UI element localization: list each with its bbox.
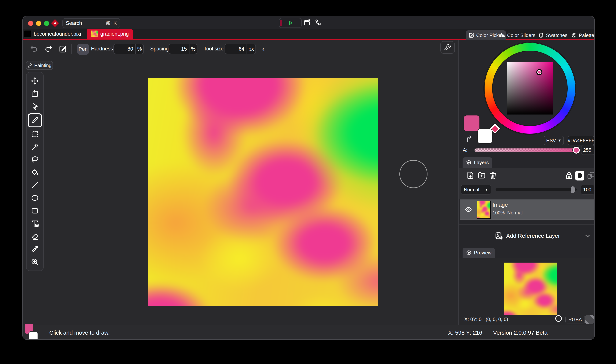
tab-gradient[interactable]: gradient.png bbox=[87, 29, 133, 39]
layer-name: Image bbox=[493, 202, 508, 208]
move-icon bbox=[31, 77, 39, 85]
marquee-icon bbox=[31, 130, 39, 138]
layer-mask-icon[interactable] bbox=[575, 171, 584, 181]
secondary-color-swatch[interactable] bbox=[478, 129, 492, 143]
zoom-window-button[interactable] bbox=[44, 21, 49, 26]
alpha-slider[interactable] bbox=[474, 148, 578, 152]
tool-select[interactable] bbox=[29, 101, 41, 113]
layer-info: 100% Normal bbox=[493, 210, 523, 216]
blend-mode-dropdown[interactable]: Normal ▼ bbox=[461, 185, 491, 195]
add-reference-layer-button[interactable]: Add Reference Layer bbox=[459, 225, 595, 247]
checkerboard-icon[interactable] bbox=[585, 315, 594, 324]
rectangle-icon bbox=[31, 207, 39, 215]
tab-preview[interactable]: Preview bbox=[463, 248, 495, 258]
tab-color-sliders[interactable]: Color Sliders bbox=[499, 30, 535, 40]
tool-marquee[interactable] bbox=[29, 128, 41, 140]
chevron-down-icon[interactable] bbox=[584, 233, 591, 239]
alpha-lock-icon[interactable]: α bbox=[564, 171, 574, 180]
edit-square-icon bbox=[469, 32, 474, 38]
tab-layers[interactable]: Layers bbox=[463, 157, 492, 168]
search-shortcut: ⌘+K bbox=[105, 20, 117, 26]
tool-text[interactable] bbox=[29, 218, 41, 230]
layer-opacity-handle[interactable] bbox=[571, 186, 575, 193]
spacing-label: Spacing bbox=[150, 46, 169, 52]
tool-pen[interactable] bbox=[28, 113, 42, 127]
tool-line[interactable] bbox=[29, 179, 41, 191]
layer-row-image[interactable]: Image 100% Normal bbox=[460, 199, 595, 220]
hardness-label: Hardness bbox=[91, 46, 113, 52]
caret-down-icon: ▼ bbox=[558, 138, 561, 143]
status-secondary-swatch bbox=[29, 332, 38, 340]
play-progress-strip bbox=[280, 20, 282, 26]
clapperboard-icon[interactable] bbox=[303, 19, 311, 26]
palette-icon bbox=[571, 32, 577, 38]
sv-cursor[interactable] bbox=[536, 69, 542, 75]
node-graph-icon[interactable] bbox=[314, 19, 321, 26]
layer-opacity-input[interactable]: 100 bbox=[581, 185, 594, 195]
tab-swatches[interactable]: Swatches bbox=[538, 30, 567, 40]
image-plus-icon bbox=[494, 232, 503, 240]
tool-rectangle[interactable] bbox=[29, 205, 41, 217]
document-thumbnail bbox=[24, 30, 31, 37]
tool-move[interactable] bbox=[29, 75, 41, 87]
magic-wand-icon bbox=[31, 143, 39, 151]
hex-color-field[interactable]: #DA4E8EFF bbox=[568, 136, 594, 145]
spacing-input[interactable]: 15 % bbox=[169, 44, 197, 54]
link-layers-icon[interactable] bbox=[587, 171, 595, 180]
lasso-icon bbox=[31, 156, 39, 164]
eye-icon[interactable] bbox=[465, 206, 472, 213]
color-mode-chip[interactable]: RGBA bbox=[565, 316, 585, 324]
alpha-value-input[interactable]: 255 bbox=[581, 145, 594, 155]
edit-square-icon[interactable] bbox=[59, 45, 67, 53]
hardness-input[interactable]: 80 % bbox=[113, 44, 144, 54]
canvas-settings-button[interactable] bbox=[440, 41, 455, 54]
preview-thumbnail bbox=[504, 262, 557, 315]
tool-magic-wand[interactable] bbox=[29, 141, 41, 153]
tool-fill[interactable] bbox=[29, 167, 41, 179]
tab-label: becomeafounder.pixi bbox=[34, 31, 81, 37]
search-label: Search bbox=[66, 20, 82, 26]
tab-becomeafounder[interactable]: becomeafounder.pixi bbox=[24, 29, 81, 39]
tool-eraser[interactable] bbox=[29, 230, 41, 243]
preview-icon bbox=[466, 250, 472, 256]
layer-thumbnail bbox=[477, 201, 491, 219]
add-layer-icon[interactable] bbox=[466, 171, 475, 180]
saturation-value-square[interactable] bbox=[507, 62, 553, 115]
mode-badge-label: Painting bbox=[34, 63, 52, 68]
svg-text:α: α bbox=[568, 175, 570, 179]
add-folder-icon[interactable] bbox=[477, 171, 486, 180]
zoom-icon bbox=[31, 258, 39, 266]
line-icon bbox=[31, 181, 39, 189]
alpha-slider-knob[interactable] bbox=[573, 147, 580, 154]
primary-color-swatch[interactable] bbox=[464, 116, 479, 131]
status-hint: Click and move to draw. bbox=[49, 329, 110, 336]
tab-palette[interactable]: Palette bbox=[571, 30, 594, 40]
close-window-button[interactable] bbox=[28, 21, 33, 26]
undo-icon[interactable] bbox=[30, 45, 38, 53]
tool-eyedropper[interactable] bbox=[29, 243, 41, 255]
canvas[interactable] bbox=[148, 78, 378, 306]
redo-icon[interactable] bbox=[44, 45, 52, 53]
search-input[interactable]: Search ⌘+K bbox=[62, 18, 120, 28]
tool-palette bbox=[26, 72, 44, 271]
tool-lasso[interactable] bbox=[29, 154, 41, 166]
play-animation-button[interactable] bbox=[279, 18, 302, 28]
tool-transform[interactable] bbox=[29, 88, 41, 100]
tool-ellipse[interactable] bbox=[29, 192, 41, 204]
text-icon bbox=[31, 219, 39, 228]
swap-colors-icon[interactable] bbox=[466, 135, 474, 143]
app-logo-icon bbox=[51, 19, 60, 28]
swatches-icon bbox=[538, 32, 544, 38]
right-panel: Color Picker Color Sliders Swatches Pale… bbox=[459, 40, 595, 325]
collapse-options-button[interactable]: ‹ bbox=[262, 44, 264, 53]
color-model-dropdown[interactable]: HSV ▼ bbox=[544, 136, 564, 145]
document-thumbnail bbox=[91, 30, 98, 37]
ellipse-icon bbox=[31, 194, 39, 202]
layer-opacity-slider[interactable] bbox=[496, 188, 577, 191]
tool-zoom[interactable] bbox=[29, 256, 41, 268]
trash-icon[interactable] bbox=[489, 171, 498, 180]
preview-rgba-values: (0, 0, 0, 0) bbox=[486, 316, 508, 322]
mode-badge[interactable]: Painting bbox=[26, 61, 53, 70]
tool-size-input[interactable]: 64 px bbox=[224, 44, 256, 54]
minimize-window-button[interactable] bbox=[36, 21, 41, 26]
